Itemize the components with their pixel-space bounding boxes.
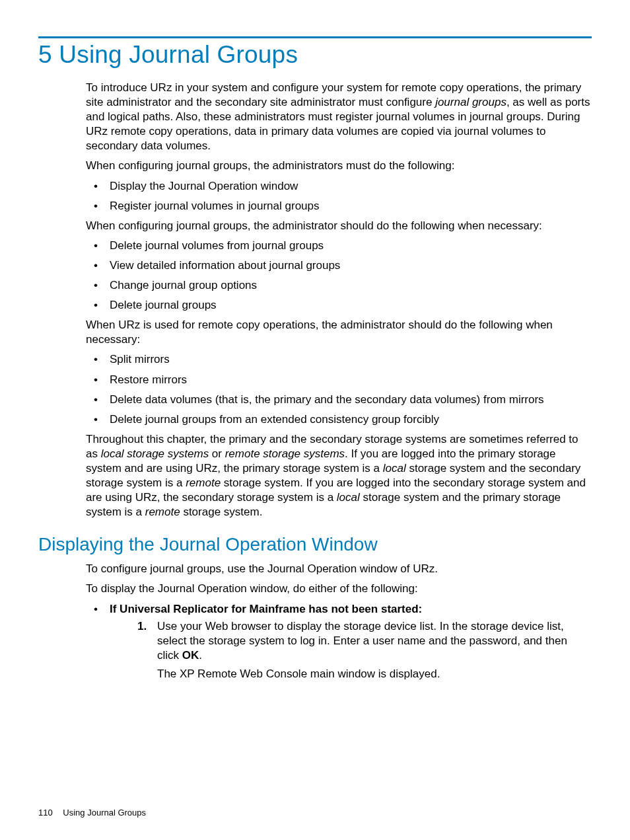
intro-paragraph: To introduce URz in your system and conf… <box>86 81 592 153</box>
page-footer: 110 Using Journal Groups <box>38 808 146 818</box>
remote-paragraph: When URz is used for remote copy operati… <box>86 318 592 347</box>
section-body: To configure journal groups, use the Jou… <box>86 562 592 681</box>
step-text: Use your Web browser to display the stor… <box>157 620 567 662</box>
must-paragraph: When configuring journal groups, the adm… <box>86 159 592 173</box>
display-paragraph: To display the Journal Operation window,… <box>86 582 592 596</box>
step-aftertext: The XP Remote Web Console main window is… <box>157 667 592 681</box>
page: 5 Using Journal Groups To introduce URz … <box>0 0 630 840</box>
list-item: Split mirrors <box>86 352 592 367</box>
step-number: 1. <box>137 619 147 634</box>
section-title: Displaying the Journal Operation Window <box>38 534 592 555</box>
list-item: Display the Journal Operation window <box>86 179 592 194</box>
page-number: 110 <box>38 808 53 818</box>
throughout-paragraph: Throughout this chapter, the primary and… <box>86 432 592 520</box>
should-list: Delete journal volumes from journal grou… <box>86 239 592 313</box>
body: To introduce URz in your system and conf… <box>86 81 592 519</box>
should-paragraph: When configuring journal groups, the adm… <box>86 219 592 233</box>
list-item: Restore mirrors <box>86 373 592 387</box>
must-list: Display the Journal Operation window Reg… <box>86 179 592 213</box>
bullet-label: If Universal Replicator for Mainframe ha… <box>110 603 422 615</box>
chapter-title: 5 Using Journal Groups <box>38 41 592 69</box>
list-item: View detailed information about journal … <box>86 258 592 273</box>
list-item: Change journal group options <box>86 278 592 293</box>
steps: 1. Use your Web browser to display the s… <box>133 619 592 681</box>
list-item: Delete journal groups <box>86 298 592 313</box>
list-item: Delete journal groups from an extended c… <box>86 412 592 427</box>
list-item: Delete data volumes (that is, the primar… <box>86 393 592 407</box>
procedure-list: If Universal Replicator for Mainframe ha… <box>86 602 592 681</box>
remote-list: Split mirrors Restore mirrors Delete dat… <box>86 352 592 426</box>
top-rule <box>38 36 592 38</box>
list-item: Delete journal volumes from journal grou… <box>86 239 592 253</box>
step: 1. Use your Web browser to display the s… <box>133 619 592 681</box>
list-item: Register journal volumes in journal grou… <box>86 199 592 213</box>
configure-paragraph: To configure journal groups, use the Jou… <box>86 562 592 576</box>
list-item: If Universal Replicator for Mainframe ha… <box>86 602 592 681</box>
footer-section: Using Journal Groups <box>63 808 146 818</box>
